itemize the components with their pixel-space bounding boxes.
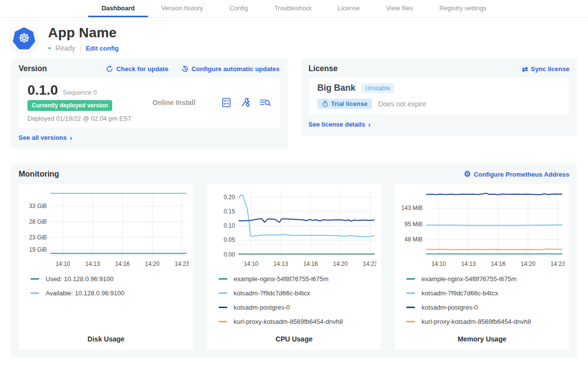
tab-dashboard[interactable]: Dashboard [88, 0, 148, 17]
tab-troubleshoot[interactable]: Troubleshoot [261, 0, 324, 17]
legend-swatch [406, 292, 415, 294]
svg-text:23 GiB: 23 GiB [29, 234, 47, 241]
channel-badge: Unstable [362, 83, 394, 93]
svg-text:14:23: 14:23 [551, 261, 564, 267]
status-dot-icon: ● [48, 46, 51, 51]
svg-text:14:20: 14:20 [521, 261, 536, 267]
sync-license-button[interactable]: ⇄ Sync license [522, 65, 569, 73]
sync-icon: ⇄ [522, 65, 528, 73]
tab-config[interactable]: Config [216, 0, 261, 17]
top-nav: DashboardVersion historyConfigTroublesho… [0, 0, 588, 18]
svg-text:33 GiB: 33 GiB [29, 203, 47, 209]
svg-text:0.05: 0.05 [223, 236, 235, 243]
legend-swatch [406, 278, 415, 280]
legend-item: kotsadm-7f9dc7d66c-b4tcx [406, 289, 564, 297]
legend-swatch [406, 307, 415, 308]
svg-text:14:23: 14:23 [363, 261, 376, 267]
disk-usage-chart-card: 33 GiB28 GiB23 GiB19 GiB14:1014:1314:161… [19, 184, 194, 350]
svg-text:14:16: 14:16 [303, 261, 318, 267]
license-expiry: Does not expire [378, 100, 426, 108]
svg-text:14:10: 14:10 [55, 261, 70, 267]
license-panel-title: License [309, 64, 338, 73]
configure-automatic-updates-button[interactable]: Configure automatic updates [181, 65, 280, 73]
kubernetes-icon: ☸ [13, 27, 35, 50]
app-status: Ready [55, 44, 75, 52]
monitoring-panel: Monitoring ⚙ Configure Prometheus Addres… [11, 163, 577, 358]
chevron-right-icon: › [368, 121, 370, 128]
svg-text:14:13: 14:13 [273, 261, 288, 267]
legend-item: kurl-proxy-kotsadm-8569fb6454-dnvh8 [219, 318, 377, 325]
monitoring-title: Monitoring [19, 170, 59, 179]
svg-text:48 MiB: 48 MiB [405, 236, 423, 243]
trial-license-badge: Trial license [318, 99, 372, 109]
chart-title: CPU Usage [212, 328, 377, 343]
legend-swatch [30, 278, 39, 280]
chart-title: Memory Usage [399, 328, 564, 343]
deploy-logs-icon[interactable] [259, 97, 271, 108]
legend-label: kotsadm-postgres-0 [234, 304, 290, 311]
svg-text:28 GiB: 28 GiB [29, 218, 47, 225]
svg-text:14:16: 14:16 [491, 261, 506, 267]
see-all-versions-link[interactable]: See all versions › [19, 134, 72, 141]
svg-text:14:10: 14:10 [244, 261, 258, 267]
legend-label: kurl-proxy-kotsadm-8569fb6454-dnvh8 [421, 318, 531, 325]
gear-icon: ⚙ [464, 170, 470, 178]
legend-swatch [219, 307, 227, 308]
legend-item: kurl-proxy-kotsadm-8569fb6454-dnvh8 [406, 318, 564, 325]
chevron-right-icon: › [70, 134, 72, 141]
page-title: App Name [48, 25, 119, 41]
tab-view-files[interactable]: View files [373, 0, 426, 17]
app-header: ☸ App Name ● Ready | Edit config [0, 18, 588, 58]
version-panel: Version Check for update Configure au [11, 58, 288, 149]
tab-registry-settings[interactable]: Registry settings [426, 0, 500, 17]
app-logo: ☸ [11, 26, 37, 52]
legend-label: kotsadm-7f9dc7d66c-b4tcx [421, 289, 498, 297]
svg-text:19 GiB: 19 GiB [29, 246, 47, 253]
edit-config-wrench-icon[interactable] [240, 97, 251, 108]
configure-prometheus-button[interactable]: ⚙ Configure Prometheus Address [464, 170, 569, 178]
memory-usage-plot: 143 MiB95 MiB48 MiB14:1014:1314:1614:201… [399, 187, 564, 271]
cpu-usage-plot: 0.200.150.100.050.0014:1014:1314:1614:20… [212, 187, 377, 271]
version-panel-title: Version [19, 64, 47, 73]
legend-swatch [406, 321, 415, 322]
svg-text:95 MiB: 95 MiB [405, 221, 423, 228]
legend-swatch [219, 278, 227, 280]
legend-label: example-nginx-54f8f76755-l675m [421, 275, 516, 283]
svg-text:0.00: 0.00 [223, 251, 235, 258]
legend-item: example-nginx-54f8f76755-l675m [406, 275, 564, 283]
svg-text:143 MiB: 143 MiB [401, 205, 423, 211]
legend-item: example-nginx-54f8f76755-l675m [219, 275, 377, 283]
legend-swatch [30, 292, 39, 294]
svg-text:0.15: 0.15 [223, 208, 235, 215]
auto-update-clock-icon [181, 65, 189, 73]
legend-label: Used: 10.128.0.96:9100 [46, 275, 114, 283]
memory-usage-legend: example-nginx-54f8f76755-l675mkotsadm-7f… [399, 275, 564, 325]
legend-label: kurl-proxy-kotsadm-8569fb6454-dnvh8 [234, 318, 343, 325]
disk-usage-legend: Used: 10.128.0.96:9100Available: 10.128.… [24, 275, 189, 297]
stopwatch-icon [322, 101, 328, 107]
see-license-details-link[interactable]: See license details › [309, 121, 371, 128]
svg-text:14:10: 14:10 [432, 261, 446, 267]
svg-text:0.20: 0.20 [223, 194, 235, 201]
legend-item: kotsadm-7f9dc7d66c-b4tcx [219, 289, 377, 297]
legend-item: Available: 10.128.0.96:9100 [30, 289, 189, 297]
legend-label: kotsadm-7f9dc7d66c-b4tcx [234, 289, 310, 297]
legend-label: example-nginx-54f8f76755-l675m [234, 275, 329, 283]
legend-item: Used: 10.128.0.96:9100 [30, 275, 189, 283]
kubernetes-wheel-glyph: ☸ [18, 32, 30, 45]
refresh-icon [106, 65, 113, 73]
svg-text:14:23: 14:23 [175, 261, 189, 267]
svg-text:14:20: 14:20 [333, 261, 347, 267]
tab-license[interactable]: License [324, 0, 373, 17]
deployed-badge: Currently deployed version [27, 100, 112, 111]
preflight-checks-icon[interactable] [221, 97, 232, 108]
check-for-update-button[interactable]: Check for update [106, 65, 168, 73]
svg-text:14:16: 14:16 [115, 261, 130, 267]
edit-config-link[interactable]: Edit config [86, 45, 119, 52]
legend-swatch [219, 292, 227, 294]
tab-version-history[interactable]: Version history [148, 0, 216, 17]
legend-label: Available: 10.128.0.96:9100 [46, 289, 124, 297]
svg-text:0.10: 0.10 [223, 222, 235, 229]
chart-title: Disk Usage [24, 328, 189, 343]
license-customer-name: Big Bank [318, 83, 356, 93]
